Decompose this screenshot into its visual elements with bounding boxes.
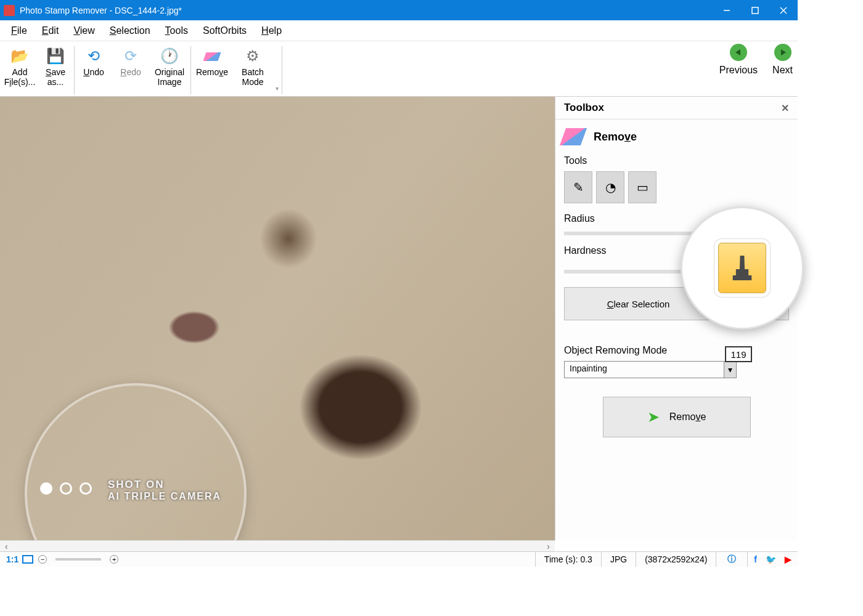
- mode-value: Inpainting: [565, 362, 724, 378]
- menu-tools[interactable]: Tools: [158, 23, 195, 39]
- menubar: File Edit View Selection Tools SoftOrbit…: [0, 20, 798, 41]
- mode-label: Object Removing Mode: [564, 341, 789, 361]
- menu-help[interactable]: Help: [254, 23, 289, 39]
- svg-marker-5: [781, 49, 786, 55]
- watermark-text: SHOT ON AI TRIPLE CAMERA: [108, 479, 221, 502]
- marquee-icon: ▭: [637, 180, 648, 195]
- titlebar: Photo Stamp Remover - DSC_1444-2.jpg*: [0, 0, 798, 20]
- info-icon[interactable]: ⓘ: [725, 554, 738, 565]
- facebook-icon[interactable]: f: [751, 554, 759, 564]
- toolbox-title: Toolbox: [564, 102, 604, 114]
- status-time: Time (s): 0.3: [535, 552, 601, 567]
- remove-button[interactable]: Remove: [192, 46, 232, 94]
- go-icon: ➤: [647, 408, 660, 426]
- gear-icon: ⚙: [243, 47, 262, 66]
- wand-icon: ◔: [605, 180, 616, 195]
- scroll-right-icon: ›: [547, 541, 550, 551]
- menu-file[interactable]: File: [4, 23, 35, 39]
- app-icon: [4, 5, 15, 16]
- zoom-slider[interactable]: [55, 558, 101, 561]
- close-button[interactable]: [769, 0, 798, 20]
- original-image-button[interactable]: 🕐 OriginalImage: [149, 46, 190, 94]
- svg-marker-4: [735, 49, 740, 55]
- previous-button[interactable]: Previous: [719, 44, 758, 76]
- minimize-button[interactable]: [713, 0, 741, 20]
- next-button[interactable]: Next: [772, 44, 793, 76]
- undo-button[interactable]: ⟲ Undo: [75, 46, 112, 94]
- chevron-down-icon: ▾: [724, 362, 736, 378]
- highlighted-tool-zoom: [681, 206, 804, 330]
- save-as-button[interactable]: 💾 Saveas...: [38, 46, 73, 94]
- tool-marquee[interactable]: ▭: [628, 171, 656, 203]
- statusbar: 1:1 − + Time (s): 0.3 JPG (3872x2592x24)…: [0, 551, 798, 567]
- scroll-left-icon: ‹: [5, 541, 8, 551]
- zoom-in-button[interactable]: +: [110, 555, 118, 564]
- redo-icon: ⟳: [121, 47, 140, 66]
- redo-button[interactable]: ⟳ Redo: [112, 46, 149, 94]
- panel-title: Remove: [594, 131, 637, 144]
- youtube-icon[interactable]: ▶: [782, 554, 794, 564]
- eraser-icon: [203, 47, 221, 66]
- stamp-icon: [732, 256, 753, 280]
- twitter-icon[interactable]: 🐦: [763, 554, 779, 564]
- arrow-left-icon: [730, 44, 747, 61]
- mode-select[interactable]: Inpainting ▾: [564, 361, 737, 378]
- svg-rect-1: [752, 7, 758, 14]
- pencil-icon: ✎: [573, 180, 584, 195]
- eraser-icon: [560, 128, 587, 145]
- tools-label: Tools: [564, 152, 789, 171]
- canvas[interactable]: SHOT ON AI TRIPLE CAMERA: [0, 97, 555, 540]
- horizontal-scrollbar[interactable]: ‹ ›: [0, 540, 555, 551]
- batch-mode-button[interactable]: ⚙ BatchMode: [232, 46, 273, 94]
- zoom-ratio[interactable]: 1:1: [6, 554, 33, 564]
- remove-action-button[interactable]: ➤ Remove: [603, 397, 751, 437]
- zoom-out-button[interactable]: −: [38, 555, 47, 564]
- menu-edit[interactable]: Edit: [35, 23, 67, 39]
- tool-pencil[interactable]: ✎: [564, 171, 592, 203]
- maximize-button[interactable]: [741, 0, 769, 20]
- undo-icon: ⟲: [84, 47, 103, 66]
- close-panel-icon[interactable]: ✕: [781, 102, 789, 114]
- magnify-circle: [25, 383, 247, 540]
- toolbar: 📂 AddFile(s)... 💾 Saveas... ⟲ Undo ⟳ Red…: [0, 41, 798, 97]
- menu-softorbits[interactable]: SoftOrbits: [195, 23, 254, 39]
- status-format: JPG: [601, 552, 636, 567]
- toolbar-overflow-icon[interactable]: ▾: [273, 83, 281, 94]
- menu-view[interactable]: View: [66, 23, 102, 39]
- fit-icon: [22, 555, 33, 564]
- arrow-right-icon: [774, 44, 791, 61]
- clone-stamp-tool[interactable]: [718, 243, 766, 293]
- folder-icon: 📂: [10, 47, 29, 66]
- clock-icon: 🕐: [160, 47, 179, 66]
- window-title: Photo Stamp Remover - DSC_1444-2.jpg*: [20, 6, 713, 15]
- image-content: SHOT ON AI TRIPLE CAMERA: [0, 97, 555, 540]
- save-icon: 💾: [46, 47, 65, 66]
- add-files-button[interactable]: 📂 AddFile(s)...: [2, 46, 38, 94]
- tool-magic[interactable]: ◔: [596, 171, 624, 203]
- sidebar: Toolbox ✕ Remove Tools ✎ ◔ ▭ Radius Hard…: [555, 97, 798, 540]
- menu-selection[interactable]: Selection: [102, 23, 158, 39]
- radius-value[interactable]: 119: [725, 346, 752, 362]
- status-dimensions: (3872x2592x24): [636, 552, 716, 567]
